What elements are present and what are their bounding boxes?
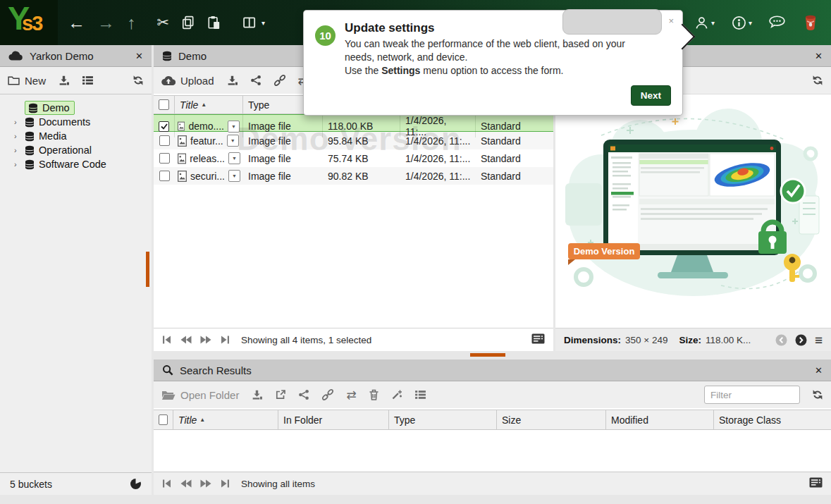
cut-icon[interactable]: ✂ — [157, 14, 170, 31]
link-icon[interactable] — [273, 74, 286, 87]
row-dropdown-button[interactable]: ▼ — [228, 152, 240, 164]
next-page-icon[interactable] — [200, 336, 211, 344]
filter-input[interactable] — [704, 386, 800, 404]
download-icon[interactable] — [226, 75, 238, 86]
tree-item-label: Documents — [39, 116, 90, 128]
close-icon[interactable]: × — [668, 16, 674, 26]
column-header-size[interactable]: Size — [497, 410, 606, 429]
next-page-icon[interactable] — [200, 479, 211, 488]
tour-step-badge: 10 — [315, 25, 336, 46]
aws-s3-icon[interactable] — [803, 14, 818, 31]
file-storage-class: Standard — [476, 167, 553, 185]
tree-item-label: Media — [39, 130, 67, 142]
app-logo[interactable]: Y s3 — [0, 0, 58, 45]
bucket-icon — [25, 131, 35, 142]
horizontal-splitter-handle[interactable] — [470, 353, 505, 357]
column-header-type[interactable]: Type — [389, 410, 497, 429]
tree-item-software-code[interactable]: › Software Code — [0, 157, 152, 171]
download-icon[interactable] — [251, 389, 263, 400]
chevron-right-icon[interactable]: › — [14, 160, 25, 168]
first-page-icon[interactable] — [162, 479, 172, 488]
navbar-search-input[interactable] — [562, 9, 662, 35]
vertical-splitter-handle[interactable] — [146, 252, 149, 287]
row-dropdown-button[interactable]: ▼ — [228, 121, 240, 133]
column-header-in-folder[interactable]: In Folder — [278, 410, 389, 429]
row-checkbox[interactable] — [159, 171, 170, 181]
up-icon[interactable]: ↑ — [127, 14, 136, 32]
link-icon[interactable] — [321, 388, 334, 401]
refresh-icon[interactable] — [133, 75, 144, 86]
details-list-icon[interactable] — [82, 75, 94, 85]
chevron-right-icon[interactable]: › — [14, 132, 25, 140]
file-title: securi... — [190, 171, 225, 182]
chevron-right-icon[interactable]: › — [14, 146, 25, 154]
prev-page-icon[interactable] — [180, 336, 192, 344]
feedback-chat-icon[interactable] — [769, 16, 786, 30]
row-checkbox-checked[interactable] — [159, 121, 169, 132]
first-page-icon[interactable] — [162, 336, 172, 344]
column-header-title[interactable]: Title▲ — [173, 410, 278, 429]
table-row[interactable]: securi... ▼ Image file 90.82 KB 1/4/2026… — [154, 167, 553, 185]
open-external-icon[interactable] — [275, 389, 286, 400]
download-icon[interactable] — [58, 75, 70, 86]
dimensions-value: 350 × 249 — [625, 335, 667, 345]
new-folder-button[interactable]: New — [8, 75, 46, 87]
row-dropdown-button[interactable]: ▼ — [228, 170, 240, 182]
row-checkbox[interactable] — [159, 135, 170, 146]
tree-item-operational[interactable]: › Operational — [0, 143, 152, 157]
list-view-icon[interactable] — [809, 477, 823, 490]
usage-pie-icon[interactable] — [130, 478, 142, 491]
last-page-icon[interactable] — [220, 479, 230, 488]
column-header-modified[interactable]: Modified — [606, 410, 714, 429]
paste-icon[interactable] — [207, 16, 221, 30]
select-all-checkbox[interactable] — [159, 99, 169, 110]
menu-icon[interactable]: ≡ — [815, 333, 823, 347]
close-icon[interactable]: ✕ — [815, 365, 823, 376]
user-menu[interactable]: ▾ — [694, 16, 715, 30]
table-row[interactable]: releas... ▼ Image file 75.74 KB 1/4/2026… — [154, 149, 553, 167]
rename-wand-icon[interactable] — [391, 389, 402, 400]
close-icon[interactable]: ✕ — [815, 51, 823, 61]
list-view-icon[interactable] — [531, 333, 545, 346]
columns-layout-dropdown[interactable]: ▾ — [243, 17, 265, 28]
column-header-storage-class[interactable]: Storage Class — [714, 410, 831, 429]
back-icon[interactable]: ← — [68, 14, 85, 32]
forward-icon[interactable]: → — [97, 14, 115, 32]
bucket-icon — [162, 51, 172, 61]
row-checkbox[interactable] — [159, 153, 170, 164]
share-icon[interactable] — [298, 389, 309, 400]
refresh-icon[interactable] — [812, 75, 823, 86]
sort-asc-icon: ▲ — [199, 417, 205, 423]
prev-item-icon[interactable] — [775, 334, 787, 346]
info-menu[interactable]: ▾ — [732, 16, 752, 30]
table-row[interactable]: featur... ▼ Image file 95.84 KB 1/4/2026… — [154, 132, 553, 149]
prev-page-icon[interactable] — [180, 479, 192, 488]
copy-icon[interactable] — [181, 16, 195, 30]
select-all-checkbox[interactable] — [159, 414, 168, 425]
popover-body: You can tweak the performance of the web… — [345, 37, 650, 78]
share-icon[interactable] — [250, 75, 261, 86]
file-type: Image file — [243, 167, 323, 185]
image-preview[interactable]: Demo Version — [562, 106, 825, 313]
tree-item-media[interactable]: › Media — [0, 129, 152, 143]
open-folder-button[interactable]: Open Folder — [161, 389, 239, 401]
chevron-right-icon[interactable]: › — [14, 118, 25, 126]
details-list-icon[interactable] — [414, 390, 426, 400]
row-dropdown-button[interactable]: ▼ — [227, 135, 239, 147]
search-results-panel: Search Results ✕ Open Folder ⇄ — [154, 359, 831, 495]
refresh-icon[interactable] — [812, 389, 823, 400]
transfer-icon[interactable]: ⇄ — [346, 389, 356, 401]
column-header-title[interactable]: Title▲ — [175, 96, 243, 113]
close-icon[interactable]: ✕ — [135, 51, 143, 61]
files-panel-title: Demo — [178, 50, 207, 62]
chevron-down-icon: ▾ — [711, 19, 715, 27]
upload-button[interactable]: Upload — [161, 75, 214, 87]
tree-item-documents[interactable]: › Documents — [0, 115, 152, 129]
tree-item-label: Software Code — [39, 159, 106, 170]
table-row[interactable]: demo.... ▼ Image file 118.00 KB 1/4/2026… — [154, 114, 553, 132]
tree-item-demo[interactable]: Demo — [0, 101, 152, 115]
next-item-icon[interactable] — [795, 334, 807, 346]
delete-icon[interactable] — [369, 389, 379, 400]
next-button[interactable]: Next — [631, 85, 671, 106]
last-page-icon[interactable] — [220, 336, 230, 344]
